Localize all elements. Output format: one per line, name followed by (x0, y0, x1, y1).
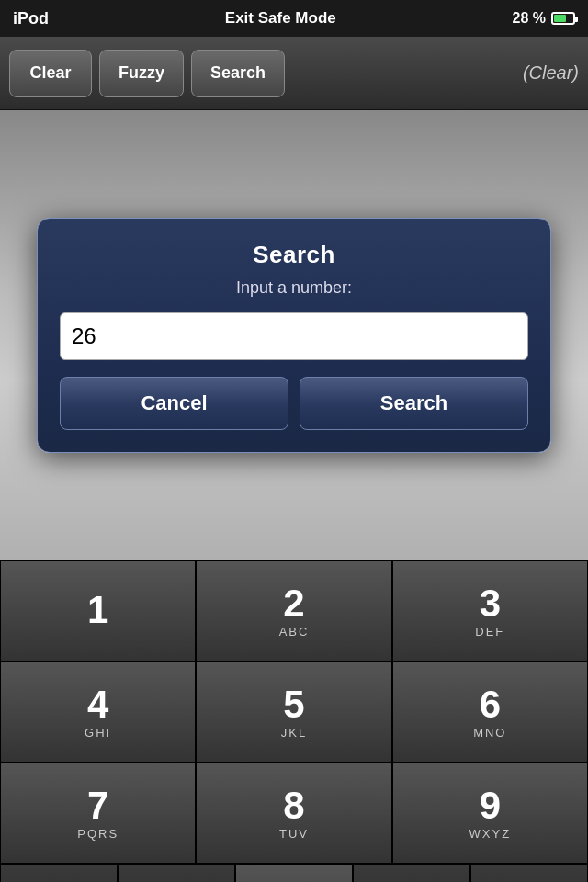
dialog-title: Search (60, 241, 528, 269)
carrier-label: iPod (13, 9, 49, 28)
key-7[interactable]: 7 PQRS (0, 763, 196, 864)
key-save[interactable]: Save (353, 864, 470, 882)
key-row-2: 4 GHI 5 JKL 6 MNO (0, 662, 588, 763)
key-8[interactable]: 8 TUV (196, 763, 391, 864)
key-3[interactable]: 3 DEF (392, 560, 588, 662)
battery-pct-label: 28 % (513, 10, 546, 27)
keyboard: 1 2 ABC 3 DEF 4 GHI 5 JKL 6 MNO 7 PQRS (0, 560, 588, 882)
dialog-buttons: Cancel Search (60, 377, 528, 430)
fuzzy-button[interactable]: Fuzzy (99, 50, 184, 97)
dialog-search-button[interactable]: Search (300, 377, 528, 430)
battery-area: 28 % (513, 10, 575, 27)
battery-icon (551, 12, 575, 25)
toolbar-side-label: (Clear) (523, 62, 579, 84)
key-0[interactable]: 0 (235, 864, 353, 882)
key-row-bottom: Config Search 0 Save ✕ (0, 864, 588, 882)
key-config[interactable]: Config (0, 864, 118, 882)
key-row-3: 7 PQRS 8 TUV 9 WXYZ (0, 763, 588, 864)
key-6[interactable]: 6 MNO (392, 662, 588, 763)
cancel-button[interactable]: Cancel (60, 377, 288, 430)
key-5[interactable]: 5 JKL (196, 662, 391, 763)
key-row-1: 1 2 ABC 3 DEF (0, 560, 588, 662)
main-area: Search Input a number: Cancel Search (0, 110, 588, 560)
page-title: Exit Safe Mode (225, 9, 336, 28)
search-dialog: Search Input a number: Cancel Search (37, 218, 551, 453)
key-1[interactable]: 1 (0, 560, 196, 662)
toolbar: Clear Fuzzy Search (Clear) (0, 37, 588, 110)
clear-button[interactable]: Clear (9, 50, 92, 97)
dialog-subtitle: Input a number: (60, 278, 528, 298)
key-2[interactable]: 2 ABC (196, 560, 391, 662)
key-delete[interactable]: ✕ Help (470, 864, 588, 882)
key-bottom-search[interactable]: Search (118, 864, 235, 882)
number-input[interactable] (60, 312, 528, 360)
status-bar: iPod Exit Safe Mode 28 % (0, 0, 588, 37)
key-9[interactable]: 9 WXYZ (392, 763, 588, 864)
search-button[interactable]: Search (191, 50, 285, 97)
key-4[interactable]: 4 GHI (0, 662, 196, 763)
